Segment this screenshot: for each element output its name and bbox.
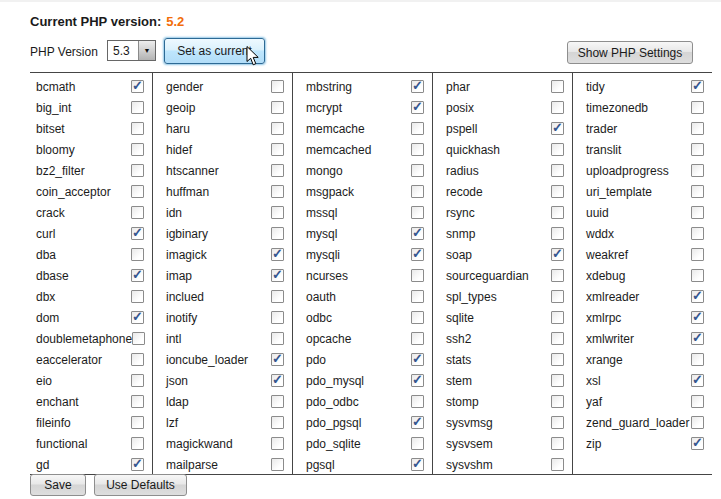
extension-checkbox-mailparse[interactable]	[271, 458, 284, 471]
extension-checkbox-sqlite[interactable]	[551, 311, 564, 324]
extension-checkbox-wddx[interactable]	[691, 227, 704, 240]
extension-checkbox-yaf[interactable]	[691, 395, 704, 408]
extension-checkbox-pdo_mysql[interactable]	[411, 374, 424, 387]
extension-checkbox-pgsql[interactable]	[411, 458, 424, 471]
extension-checkbox-big_int[interactable]	[131, 101, 144, 114]
extension-checkbox-soap[interactable]	[551, 248, 564, 261]
extension-checkbox-tidy[interactable]	[691, 80, 704, 93]
extension-checkbox-curl[interactable]	[131, 227, 144, 240]
extension-checkbox-opcache[interactable]	[411, 332, 424, 345]
extension-checkbox-intl[interactable]	[271, 332, 284, 345]
extension-checkbox-hidef[interactable]	[271, 143, 284, 156]
extension-checkbox-gd[interactable]	[131, 458, 144, 471]
extension-checkbox-posix[interactable]	[551, 101, 564, 114]
chevron-down-icon[interactable]: ▼	[138, 41, 155, 60]
extension-checkbox-mbstring[interactable]	[411, 80, 424, 93]
extension-checkbox-snmp[interactable]	[551, 227, 564, 240]
extension-checkbox-gender[interactable]	[271, 80, 284, 93]
extension-checkbox-pdo[interactable]	[411, 353, 424, 366]
extension-checkbox-uri_template[interactable]	[691, 185, 704, 198]
extension-checkbox-sourceguardian[interactable]	[551, 269, 564, 282]
extension-checkbox-xmlreader[interactable]	[691, 290, 704, 303]
extension-checkbox-pdo_sqlite[interactable]	[411, 437, 424, 450]
extension-checkbox-timezonedb[interactable]	[691, 101, 704, 114]
extension-checkbox-ldap[interactable]	[271, 395, 284, 408]
extension-checkbox-stem[interactable]	[551, 374, 564, 387]
extension-checkbox-xsl[interactable]	[691, 374, 704, 387]
extension-checkbox-memcache[interactable]	[411, 122, 424, 135]
extension-checkbox-oauth[interactable]	[411, 290, 424, 303]
extension-checkbox-bitset[interactable]	[131, 122, 144, 135]
extension-checkbox-fileinfo[interactable]	[131, 416, 144, 429]
use-defaults-button[interactable]: Use Defaults	[94, 474, 187, 496]
extension-checkbox-xmlwriter[interactable]	[691, 332, 704, 345]
extension-checkbox-recode[interactable]	[551, 185, 564, 198]
extension-checkbox-bz2_filter[interactable]	[131, 164, 144, 177]
extension-checkbox-pdo_odbc[interactable]	[411, 395, 424, 408]
extension-checkbox-mysql[interactable]	[411, 227, 424, 240]
extension-checkbox-trader[interactable]	[691, 122, 704, 135]
extension-checkbox-enchant[interactable]	[131, 395, 144, 408]
extension-checkbox-sysvsem[interactable]	[551, 437, 564, 450]
extension-checkbox-dbx[interactable]	[131, 290, 144, 303]
extension-checkbox-bloomy[interactable]	[131, 143, 144, 156]
extension-checkbox-inotify[interactable]	[271, 311, 284, 324]
extension-checkbox-haru[interactable]	[271, 122, 284, 135]
extension-checkbox-translit[interactable]	[691, 143, 704, 156]
show-php-settings-button[interactable]: Show PHP Settings	[567, 41, 693, 64]
php-version-select[interactable]: 5.3 ▼	[107, 40, 156, 61]
extension-checkbox-lzf[interactable]	[271, 416, 284, 429]
extension-checkbox-ssh2[interactable]	[551, 332, 564, 345]
extension-checkbox-xdebug[interactable]	[691, 269, 704, 282]
extension-checkbox-igbinary[interactable]	[271, 227, 284, 240]
extension-checkbox-dom[interactable]	[131, 311, 144, 324]
set-as-current-button[interactable]: Set as current	[164, 38, 265, 64]
extension-checkbox-quickhash[interactable]	[551, 143, 564, 156]
extension-checkbox-inclued[interactable]	[271, 290, 284, 303]
extension-checkbox-memcached[interactable]	[411, 143, 424, 156]
extension-checkbox-bcmath[interactable]	[131, 80, 144, 93]
extension-checkbox-pdo_pgsql[interactable]	[411, 416, 424, 429]
extension-checkbox-crack[interactable]	[131, 206, 144, 219]
extension-checkbox-eaccelerator[interactable]	[131, 353, 144, 366]
extension-checkbox-imap[interactable]	[271, 269, 284, 282]
extension-checkbox-stats[interactable]	[551, 353, 564, 366]
extension-checkbox-dbase[interactable]	[131, 269, 144, 282]
extension-checkbox-zend_guard_loader[interactable]	[691, 416, 704, 429]
extension-checkbox-geoip[interactable]	[271, 101, 284, 114]
extension-checkbox-idn[interactable]	[271, 206, 284, 219]
extension-checkbox-phar[interactable]	[551, 80, 564, 93]
extension-checkbox-uploadprogress[interactable]	[691, 164, 704, 177]
extension-checkbox-stomp[interactable]	[551, 395, 564, 408]
extension-checkbox-json[interactable]	[271, 374, 284, 387]
extension-checkbox-odbc[interactable]	[411, 311, 424, 324]
extension-checkbox-sysvshm[interactable]	[551, 458, 564, 471]
extension-checkbox-htscanner[interactable]	[271, 164, 284, 177]
extension-checkbox-doublemetaphone[interactable]	[132, 332, 145, 345]
extension-checkbox-ioncube_loader[interactable]	[271, 353, 284, 366]
extension-checkbox-weakref[interactable]	[691, 248, 704, 261]
extension-checkbox-xmlrpc[interactable]	[691, 311, 704, 324]
extension-checkbox-eio[interactable]	[131, 374, 144, 387]
extension-checkbox-mysqli[interactable]	[411, 248, 424, 261]
extension-checkbox-sysvmsg[interactable]	[551, 416, 564, 429]
extension-checkbox-imagick[interactable]	[271, 248, 284, 261]
extension-checkbox-mssql[interactable]	[411, 206, 424, 219]
extension-checkbox-spl_types[interactable]	[551, 290, 564, 303]
extension-checkbox-xrange[interactable]	[691, 353, 704, 366]
extension-checkbox-rsync[interactable]	[551, 206, 564, 219]
extension-checkbox-coin_acceptor[interactable]	[131, 185, 144, 198]
extension-checkbox-msgpack[interactable]	[411, 185, 424, 198]
extension-checkbox-mcrypt[interactable]	[411, 101, 424, 114]
save-button[interactable]: Save	[30, 474, 86, 496]
extension-checkbox-uuid[interactable]	[691, 206, 704, 219]
extension-checkbox-huffman[interactable]	[271, 185, 284, 198]
extension-checkbox-dba[interactable]	[131, 248, 144, 261]
extension-checkbox-zip[interactable]	[691, 437, 704, 450]
extension-checkbox-ncurses[interactable]	[411, 269, 424, 282]
extension-checkbox-magickwand[interactable]	[271, 437, 284, 450]
extension-checkbox-functional[interactable]	[131, 437, 144, 450]
extension-checkbox-mongo[interactable]	[411, 164, 424, 177]
extension-checkbox-pspell[interactable]	[551, 122, 564, 135]
extension-checkbox-radius[interactable]	[551, 164, 564, 177]
